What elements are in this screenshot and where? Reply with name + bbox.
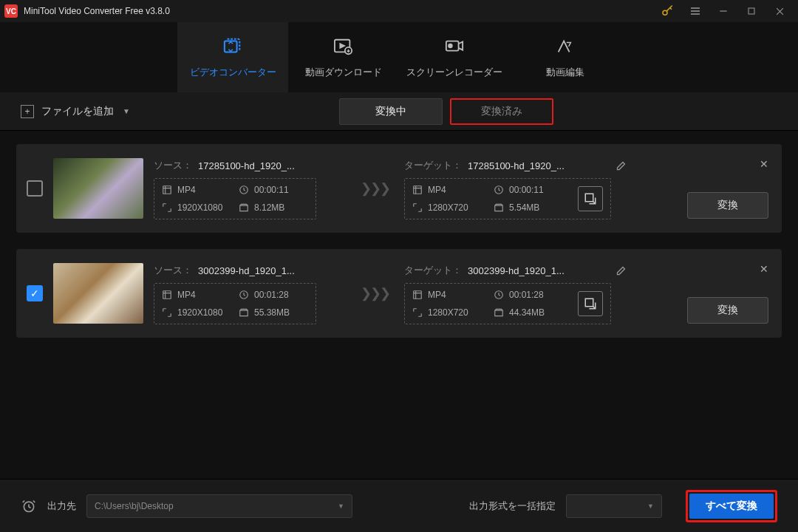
svg-rect-2 xyxy=(225,41,237,52)
target-block: ターゲット： 3002399-hd_1920_1... MP4 00:01:28… xyxy=(404,262,633,324)
svg-rect-14 xyxy=(414,291,422,299)
format-icon xyxy=(412,290,423,300)
editor-icon xyxy=(554,36,576,57)
svg-rect-7 xyxy=(163,186,171,194)
chevron-down-icon: ▼ xyxy=(647,502,654,510)
source-label: ソース： xyxy=(154,159,192,172)
list-item: ソース： 17285100-hd_1920_... MP4 00:00:11 1… xyxy=(16,144,782,233)
app-logo: VC xyxy=(4,4,18,18)
filesize-icon xyxy=(239,307,249,318)
video-thumbnail[interactable] xyxy=(53,158,143,219)
clock-icon xyxy=(239,290,249,300)
format-icon xyxy=(162,290,172,300)
svg-rect-11 xyxy=(585,194,593,202)
format-icon xyxy=(412,185,423,195)
conversion-list: ソース： 17285100-hd_1920_... MP4 00:00:11 1… xyxy=(0,131,798,479)
video-thumbnail[interactable] xyxy=(53,263,143,324)
target-settings-button[interactable] xyxy=(578,186,603,211)
resolution-icon xyxy=(412,307,423,318)
svg-rect-16 xyxy=(585,299,593,307)
tab-video-converter[interactable]: ビデオコンバーター xyxy=(177,22,288,92)
edit-icon[interactable] xyxy=(614,159,627,172)
tab-label: ビデオコンバーター xyxy=(190,66,276,79)
convert-all-highlight: すべて変換 xyxy=(686,490,777,522)
top-nav: ビデオコンバーター 動画ダウンロード スクリーンレコーダー 動画編集 xyxy=(0,22,798,92)
target-label: ターゲット： xyxy=(404,159,462,172)
clock-icon xyxy=(494,290,504,300)
close-window-icon[interactable] xyxy=(765,0,794,22)
svg-rect-12 xyxy=(163,291,171,299)
tab-label: スクリーンレコーダー xyxy=(406,66,502,79)
menu-icon[interactable] xyxy=(681,0,709,22)
clock-icon xyxy=(239,185,249,195)
source-meta: MP4 00:01:28 1920X1080 55.38MB xyxy=(154,283,316,324)
format-icon xyxy=(162,185,172,195)
tab-screen-recorder[interactable]: スクリーンレコーダー xyxy=(399,22,510,92)
output-path-value: C:\Users\bj\Desktop xyxy=(95,501,174,511)
svg-point-6 xyxy=(449,44,452,47)
arrows-icon: ❯❯❯ xyxy=(361,285,389,301)
output-path-label: 出力先 xyxy=(47,499,76,513)
titlebar: VC MiniTool Video Converter Free v3.8.0 xyxy=(0,0,798,22)
arrows-icon: ❯❯❯ xyxy=(361,180,389,197)
tab-converting[interactable]: 変換中 xyxy=(339,98,443,125)
maximize-icon[interactable] xyxy=(737,0,765,22)
scheduler-icon[interactable] xyxy=(21,498,37,514)
resolution-icon xyxy=(162,202,172,213)
source-filename: 17285100-hd_1920_... xyxy=(198,160,295,171)
source-block: ソース： 17285100-hd_1920_... MP4 00:00:11 1… xyxy=(154,157,346,219)
convert-all-button[interactable]: すべて変換 xyxy=(689,494,774,519)
tab-label: 動画ダウンロード xyxy=(305,66,382,79)
target-meta: MP4 00:00:11 1280X720 5.54MB xyxy=(404,178,611,219)
convert-button[interactable]: 変換 xyxy=(687,192,768,219)
source-meta: MP4 00:00:11 1920X1080 8.12MB xyxy=(154,178,316,219)
target-filename: 17285100-hd_1920_... xyxy=(468,160,565,171)
tab-converted[interactable]: 変換済み xyxy=(450,98,553,125)
target-settings-button[interactable] xyxy=(578,291,603,316)
svg-rect-9 xyxy=(414,186,422,194)
app-title: MiniTool Video Converter Free v3.8.0 xyxy=(24,6,170,16)
output-path-select[interactable]: C:\Users\bj\Desktop ▼ xyxy=(86,494,352,518)
filesize-icon xyxy=(494,202,504,213)
output-format-label: 出力形式を一括指定 xyxy=(469,499,556,513)
target-filename: 3002399-hd_1920_1... xyxy=(468,265,565,276)
toolbar: + ファイルを追加 ▼ 変換中 変換済み xyxy=(0,92,798,131)
add-file-button[interactable]: + ファイルを追加 ▼ xyxy=(21,105,130,118)
source-filename: 3002399-hd_1920_1... xyxy=(198,265,295,276)
plus-icon: + xyxy=(21,105,34,118)
resolution-icon xyxy=(412,202,423,213)
recorder-icon xyxy=(443,36,466,57)
convert-button[interactable]: 変換 xyxy=(687,297,768,324)
tab-video-editor[interactable]: 動画編集 xyxy=(510,22,621,92)
output-format-select[interactable]: ▼ xyxy=(566,494,662,518)
checkbox[interactable]: ✓ xyxy=(27,285,43,301)
target-block: ターゲット： 17285100-hd_1920_... MP4 00:00:11… xyxy=(404,157,633,219)
upgrade-key-icon[interactable] xyxy=(653,0,681,22)
svg-rect-1 xyxy=(748,8,754,14)
convert-icon xyxy=(222,36,244,57)
footer: 出力先 C:\Users\bj\Desktop ▼ 出力形式を一括指定 ▼ すべ… xyxy=(0,479,798,532)
tab-video-download[interactable]: 動画ダウンロード xyxy=(288,22,399,92)
target-meta: MP4 00:01:28 1280X720 44.34MB xyxy=(404,283,611,324)
remove-item-button[interactable]: ✕ xyxy=(760,263,768,275)
clock-icon xyxy=(494,185,504,195)
resolution-icon xyxy=(162,307,172,318)
tab-label: 動画編集 xyxy=(546,66,584,79)
checkbox[interactable] xyxy=(27,180,43,197)
chevron-down-icon: ▼ xyxy=(338,502,344,510)
source-block: ソース： 3002399-hd_1920_1... MP4 00:01:28 1… xyxy=(154,262,346,324)
filesize-icon xyxy=(239,202,249,213)
add-file-label: ファイルを追加 xyxy=(41,105,114,118)
filesize-icon xyxy=(494,307,504,318)
source-label: ソース： xyxy=(154,264,192,277)
remove-item-button[interactable]: ✕ xyxy=(760,158,768,170)
edit-icon[interactable] xyxy=(614,264,627,277)
list-item: ✓ ソース： 3002399-hd_1920_1... MP4 00:01:28… xyxy=(16,249,782,338)
download-icon xyxy=(332,36,355,57)
minimize-icon[interactable] xyxy=(709,0,737,22)
target-label: ターゲット： xyxy=(404,264,462,277)
